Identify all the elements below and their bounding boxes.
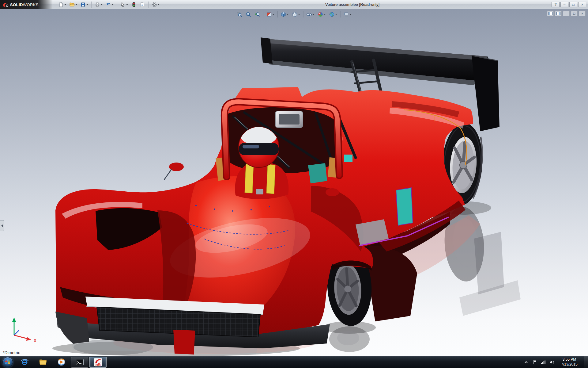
left-pane-icon (548, 12, 552, 15)
media-player-icon (57, 358, 66, 366)
document-close-button[interactable]: × (579, 11, 586, 16)
graphics-viewport[interactable]: – □ × X *Dimetric (0, 9, 588, 356)
dropdown-caret-icon (273, 14, 274, 15)
taskbar-media-player-button[interactable] (53, 357, 70, 368)
volume-button[interactable] (549, 358, 555, 366)
dropdown-caret-icon (64, 4, 66, 5)
taskbar-command-prompt-button[interactable] (71, 357, 88, 368)
edit-appearance-ball-icon (318, 12, 323, 17)
brand-bold: SOLID (10, 2, 23, 7)
minimize-button[interactable]: – (560, 2, 568, 7)
open-document-button[interactable] (68, 1, 78, 8)
show-desktop-button[interactable] (584, 356, 588, 368)
rebuild-button[interactable] (130, 1, 138, 8)
x-axis-arrowhead-icon (26, 337, 31, 341)
main-toolbar (57, 1, 161, 8)
save-button[interactable] (79, 1, 89, 8)
orientation-triad: X (6, 314, 42, 344)
hide-show-items-button[interactable] (305, 10, 316, 18)
network-button[interactable] (540, 358, 546, 366)
internet-explorer-icon (21, 358, 29, 366)
zoom-to-fit-icon (237, 12, 242, 17)
headsup-view-toolbar (236, 10, 353, 18)
right-pane-toggle-button[interactable] (555, 11, 562, 16)
tray-date: 7/13/2015 (557, 362, 581, 367)
command-prompt-icon (76, 358, 84, 366)
close-button[interactable]: × (578, 2, 586, 7)
right-pane-icon (556, 12, 560, 15)
zoom-to-fit-button[interactable] (236, 10, 243, 18)
tray-time: 3:55 PM (557, 357, 581, 362)
file-properties-icon (140, 2, 145, 7)
display-style-cube-icon (292, 12, 298, 17)
dropdown-caret-icon (101, 4, 103, 5)
start-button[interactable] (1, 356, 14, 368)
x-axis-label: X (34, 338, 36, 343)
brand-light: WORKS (23, 2, 39, 7)
section-view-button[interactable] (265, 10, 276, 18)
new-document-button[interactable] (57, 1, 67, 8)
undo-button[interactable] (104, 1, 115, 8)
open-folder-icon (69, 2, 75, 7)
action-center-button[interactable] (532, 358, 538, 366)
view-orientation-button[interactable] (280, 10, 290, 18)
speaker-icon (549, 360, 554, 364)
previous-view-icon (254, 12, 260, 17)
help-button[interactable]: ? (552, 2, 560, 7)
zoom-to-area-button[interactable] (244, 10, 252, 18)
featuremanager-flyout-tab[interactable] (0, 220, 4, 231)
select-button[interactable] (119, 1, 129, 8)
rebuild-stoplight-icon (131, 2, 137, 7)
y-axis-arrowhead-icon (12, 317, 16, 322)
print-icon (95, 2, 100, 7)
toolbar-separator (277, 11, 278, 17)
dropdown-caret-icon (86, 4, 88, 5)
toolbar-separator (340, 11, 341, 17)
file-properties-button[interactable] (138, 1, 146, 8)
view-settings-button[interactable] (342, 10, 353, 18)
undo-arrow-icon (106, 2, 111, 7)
dropdown-caret-icon (324, 14, 326, 15)
seat-panel (308, 163, 327, 183)
car-model-render (0, 9, 588, 356)
view-orientation-cube-icon (281, 12, 286, 17)
taskbar-buttons: 2015 (16, 357, 107, 368)
z-axis (14, 330, 19, 335)
dropdown-caret-icon (75, 4, 77, 5)
taskbar-solidworks-2015-button[interactable]: 2015 (89, 357, 107, 368)
view-orientation-label: *Dimetric (3, 350, 20, 355)
network-bars-icon (541, 360, 546, 364)
solidworks-2015-icon: 2015 (94, 358, 102, 366)
previous-view-button[interactable] (253, 10, 261, 18)
zoom-to-area-icon (246, 12, 251, 17)
x-axis (14, 335, 28, 339)
show-hidden-icons-button[interactable] (523, 358, 529, 366)
view-settings-icon (344, 12, 349, 17)
maximize-button[interactable]: □ (569, 2, 577, 7)
print-button[interactable] (93, 1, 104, 8)
taskbar-windows-explorer-button[interactable] (34, 357, 51, 368)
folder-icon (39, 358, 47, 366)
edit-appearance-button[interactable] (317, 10, 327, 18)
window-controls: ? – □ × (552, 2, 588, 7)
dropdown-caret-icon (287, 14, 289, 15)
display-style-button[interactable] (291, 10, 301, 18)
options-button[interactable] (150, 1, 161, 8)
document-minimize-button[interactable]: – (563, 11, 570, 16)
apply-scene-button[interactable] (328, 10, 338, 18)
dropdown-caret-icon (313, 14, 315, 15)
solidworks-badge: 2015 (96, 364, 101, 366)
toolbar-separator (148, 2, 149, 8)
window-title: Voiture assemblee [Read-only] (325, 2, 379, 7)
chevron-up-icon (524, 360, 528, 364)
right-mirror (326, 188, 339, 196)
options-gear-icon (152, 2, 157, 7)
tray-clock[interactable]: 3:55 PM 7/13/2015 (557, 357, 581, 367)
dropdown-caret-icon (298, 14, 300, 15)
taskbar-internet-explorer-button[interactable] (16, 357, 33, 368)
document-restore-button[interactable]: □ (571, 11, 578, 16)
toolbar-separator (91, 2, 92, 8)
left-pane-toggle-button[interactable] (547, 11, 554, 16)
new-document-icon (58, 2, 64, 7)
system-tray: 3:55 PM 7/13/2015 (523, 356, 588, 368)
